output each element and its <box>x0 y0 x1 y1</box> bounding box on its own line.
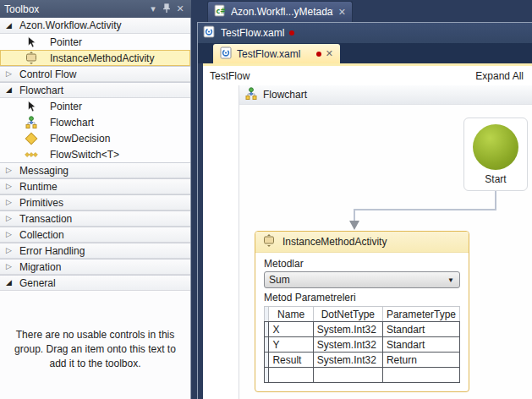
tab-label: Azon.Workfl...yMetadata.cs <box>231 6 333 18</box>
editor-area: c# Azon.Workfl...yMetadata.cs ✕ TestFlow… <box>191 0 532 399</box>
toolbox-titlebar: Toolbox ▾ ✕ <box>0 0 191 18</box>
toolbox-item-flowchart[interactable]: Flowchart <box>0 114 190 130</box>
category-label: Runtime <box>19 181 58 193</box>
workflow-designer-canvas: Flowchart Start InstanceMethodActivi <box>203 85 532 399</box>
method-dropdown-value: Sum <box>269 274 447 286</box>
flowchart-icon <box>25 116 38 129</box>
toolbox-item-flowdecision[interactable]: FlowDecision <box>0 130 190 146</box>
toolbox-category-migration[interactable]: Migration <box>0 259 190 275</box>
grid-row-y: Y System.Int32 Standart <box>265 337 460 353</box>
toolbox-item-instancemethodactivity[interactable]: InstanceMethodActivity <box>0 50 190 66</box>
close-icon[interactable]: ✕ <box>326 48 333 59</box>
activity-body: Metodlar Sum ▼ Metod Parametreleri Name … <box>255 253 469 383</box>
grid-cell[interactable]: Return <box>382 353 459 368</box>
expander-icon <box>6 215 14 222</box>
method-parameters-label: Metod Parametreleri <box>264 291 460 304</box>
tab-azon-workflow-metadata[interactable]: c# Azon.Workfl...yMetadata.cs ✕ <box>207 1 353 22</box>
category-label: Flowchart <box>19 85 63 96</box>
column-header-parametertype: ParameterType <box>382 307 459 322</box>
activity-header[interactable]: InstanceMethodActivity <box>255 232 469 253</box>
grid-cell[interactable] <box>313 368 382 383</box>
column-header-dotnettype: DotNetType <box>313 307 382 322</box>
expander-icon <box>6 70 14 78</box>
item-label: InstanceMethodActivity <box>50 52 154 64</box>
grid-row-result: Result System.Int32 Return <box>265 353 460 368</box>
activity-icon <box>25 52 38 65</box>
toolbox-category-collection[interactable]: Collection <box>0 227 190 243</box>
start-circle-icon <box>473 124 518 170</box>
toolbox-category-transaction[interactable]: Transaction <box>0 210 190 227</box>
tab-label: TestFlow.xaml <box>237 48 312 60</box>
expander-icon <box>6 279 14 287</box>
grid-row-empty <box>265 368 460 383</box>
expander-icon <box>6 22 14 30</box>
chevron-down-icon: ▼ <box>447 276 454 284</box>
inner-tab-strip: TestFlow.xaml ✕ <box>198 43 532 63</box>
unsaved-dot-icon <box>289 30 294 36</box>
grid-cell[interactable] <box>382 368 459 383</box>
pointer-icon <box>25 36 38 49</box>
start-node-label: Start <box>485 173 506 185</box>
chevron-down-icon[interactable]: ▾ <box>146 3 160 14</box>
toolbox-category-messaging[interactable]: Messaging <box>0 162 190 178</box>
expander-icon <box>6 231 14 238</box>
expander-icon <box>6 167 14 174</box>
document-tab-strip: c# Azon.Workfl...yMetadata.cs ✕ <box>191 0 532 22</box>
unsaved-dot-icon <box>316 52 321 57</box>
designer-breadcrumb-bar: TestFlow Expand All <box>203 66 532 85</box>
close-icon[interactable]: ✕ <box>173 3 187 14</box>
grid-cell[interactable]: Standart <box>382 322 459 337</box>
toolbox-item-pointer-2[interactable]: Pointer <box>0 98 190 114</box>
expander-icon <box>6 86 14 94</box>
expander-icon <box>6 183 14 190</box>
toolbox-category-control-flow[interactable]: Control Flow <box>0 66 190 82</box>
toolbox-panel: Toolbox ▾ ✕ Azon.Workflow.Activity Point… <box>0 0 191 399</box>
floating-tab-label: TestFlow.xaml <box>221 27 284 39</box>
category-label: Azon.Workflow.Activity <box>19 19 121 31</box>
toolbox-category-azon-workflow-activity[interactable]: Azon.Workflow.Activity <box>0 18 190 34</box>
instance-method-activity-node[interactable]: InstanceMethodActivity Metodlar Sum ▼ Me… <box>255 231 469 392</box>
expand-all-button[interactable]: Expand All <box>475 70 524 82</box>
method-dropdown[interactable]: Sum ▼ <box>264 271 460 288</box>
item-label: FlowSwitch<T> <box>50 149 119 161</box>
grid-header-row: Name DotNetType ParameterType <box>265 307 460 322</box>
toolbox-empty-group-note: There are no usable controls in this gro… <box>0 328 190 370</box>
grid-cell[interactable]: System.Int32 <box>313 322 382 337</box>
pin-icon[interactable] <box>160 3 173 15</box>
parameters-grid: Name DotNetType ParameterType X System.I… <box>264 306 460 383</box>
toolbox-category-primitives[interactable]: Primitives <box>0 194 190 210</box>
item-label: Pointer <box>50 36 82 48</box>
expander-icon <box>6 199 14 206</box>
toolbox-list: Azon.Workflow.Activity Pointer InstanceM… <box>0 18 191 399</box>
category-label: Messaging <box>19 165 69 177</box>
xaml-file-icon <box>203 25 216 41</box>
tab-testflow-xaml[interactable]: TestFlow.xaml ✕ <box>213 44 340 63</box>
grid-cell[interactable]: Result <box>269 353 313 368</box>
grid-cell[interactable]: X <box>269 322 313 337</box>
floating-window-titlebar[interactable]: TestFlow.xaml <box>198 23 532 43</box>
toolbox-item-flowswitch[interactable]: FlowSwitch<T> <box>0 146 190 162</box>
toolbox-category-flowchart[interactable]: Flowchart <box>0 82 190 98</box>
grid-row-x: X System.Int32 Standart <box>265 322 460 337</box>
toolbox-category-error-handling[interactable]: Error Handling <box>0 243 190 259</box>
grid-cell[interactable] <box>269 368 313 383</box>
toolbox-category-general[interactable]: General <box>0 275 190 291</box>
pointer-icon <box>25 100 38 113</box>
item-label: FlowDecision <box>50 133 110 145</box>
csharp-file-icon: c# <box>214 4 226 19</box>
grid-cell[interactable]: Standart <box>382 337 459 353</box>
grid-cell[interactable]: Y <box>269 337 313 353</box>
grid-cell[interactable]: System.Int32 <box>313 337 382 353</box>
xaml-file-icon <box>220 46 233 62</box>
grid-cell[interactable]: System.Int32 <box>313 353 382 368</box>
start-node[interactable]: Start <box>463 118 528 191</box>
multi-diamond-icon <box>25 148 38 161</box>
close-icon[interactable]: ✕ <box>338 7 346 18</box>
breadcrumb-root[interactable]: TestFlow <box>210 70 475 82</box>
category-label: Error Handling <box>19 245 85 257</box>
toolbox-item-pointer[interactable]: Pointer <box>0 34 190 50</box>
category-label: Transaction <box>19 213 72 225</box>
toolbox-category-runtime[interactable]: Runtime <box>0 178 190 194</box>
expander-icon <box>6 247 14 254</box>
svg-text:c#: c# <box>216 8 226 15</box>
